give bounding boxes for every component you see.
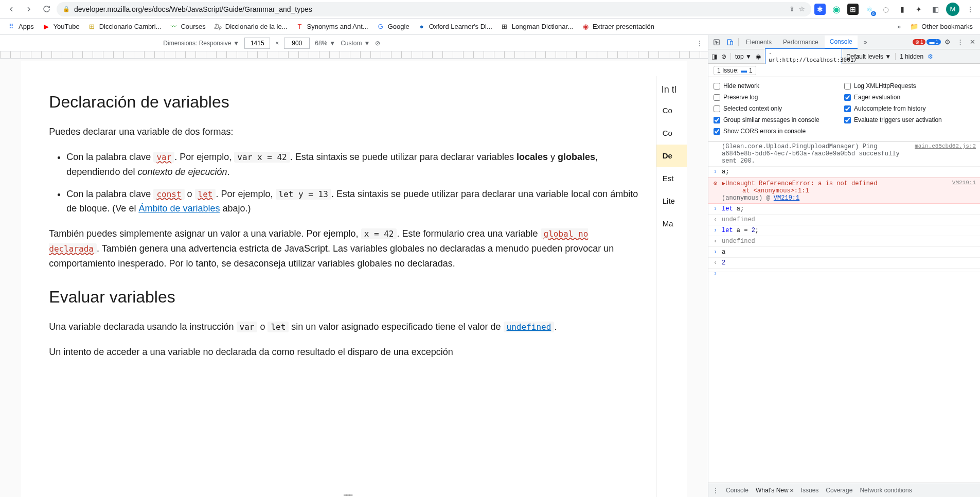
ext-icon-5[interactable]: ◌	[880, 4, 892, 15]
toc-item[interactable]: Est	[656, 167, 687, 190]
bookmark-item[interactable]: ▶YouTube	[39, 21, 83, 33]
levels-dropdown[interactable]: Default levels ▼	[846, 53, 891, 60]
bookmark-item[interactable]: ◉Extraer presentación	[578, 21, 657, 33]
forward-button[interactable]	[22, 2, 36, 16]
cb-preserve-log[interactable]: Preserve log	[714, 92, 844, 103]
cb-eager-eval[interactable]: Eager evaluation	[844, 92, 975, 103]
ext-icon-3[interactable]: ⊞	[847, 4, 859, 15]
star-icon[interactable]: ☆	[799, 5, 805, 13]
bookmark-item[interactable]: ₯Diccionario de la le...	[211, 21, 291, 33]
console-filter[interactable]: -url:http://localhost:3001/⊗	[765, 48, 842, 65]
device-toggle-icon[interactable]	[724, 37, 736, 48]
zoom-label: 68%	[315, 40, 327, 47]
bookmarks-overflow[interactable]: »	[893, 23, 905, 30]
share-icon[interactable]: ⇪	[789, 5, 795, 13]
tab-more[interactable]: »	[859, 36, 872, 48]
cb-hide-network[interactable]: Hide network	[714, 80, 844, 92]
device-mode-pane: Dimensions: Responsive ▼ × 68% ▼ Custom …	[0, 35, 708, 497]
console-settings-icon[interactable]: ⚙	[928, 53, 933, 60]
console-sidebar-icon[interactable]: ◨	[711, 53, 717, 60]
drawer-tab-coverage[interactable]: Coverage	[826, 487, 852, 494]
heading-declaracion: Declaración de variables	[49, 89, 640, 115]
context-dropdown[interactable]: top ▼	[735, 53, 752, 60]
console-log[interactable]: (Glean.core.Upload.PingUploadManager) Pi…	[708, 141, 980, 483]
toc-item[interactable]: Lite	[656, 190, 687, 212]
link-scope[interactable]: Ámbito de variables	[138, 203, 220, 214]
console-prompt[interactable]: ›	[708, 269, 980, 272]
cb-autocomplete[interactable]: Autocomplete from history	[844, 103, 975, 114]
ext-icon-1[interactable]: ✱	[814, 4, 826, 15]
toc-item[interactable]: Co	[656, 122, 687, 145]
menu-icon[interactable]: ⋮	[965, 4, 976, 15]
paragraph: Un intento de acceder a una variable no …	[49, 345, 640, 360]
other-bookmarks-label: Other bookmarks	[921, 23, 973, 30]
reload-button[interactable]	[39, 2, 54, 16]
bookmark-item[interactable]: GGoogle	[373, 21, 413, 33]
drawer-tab-console[interactable]: Console	[726, 487, 749, 494]
bookmark-icon: ◉	[581, 23, 590, 31]
inspect-icon[interactable]	[710, 37, 723, 48]
drawer-tab-whatsnew[interactable]: What's New✕	[756, 487, 794, 494]
close-devtools-icon[interactable]: ✕	[967, 36, 978, 48]
intro-paragraph: Puedes declarar una variable de dos form…	[49, 125, 640, 139]
issues-row[interactable]: 1 Issue: ▬ 1	[708, 64, 980, 77]
close-icon[interactable]: ✕	[790, 488, 794, 493]
address-bar[interactable]: 🔒 developer.mozilla.org/es/docs/Web/Java…	[57, 2, 811, 16]
log-info: (Glean.core.Upload.PingUploadManager) Pi…	[708, 141, 980, 167]
cb-eval-triggers[interactable]: Evaluate triggers user activation	[844, 114, 975, 126]
toc-item[interactable]: Co	[656, 99, 687, 122]
dimension-x: ×	[275, 40, 279, 47]
throttle-dropdown[interactable]: Custom ▼	[341, 40, 370, 47]
log-input: ›a	[708, 247, 980, 258]
sidepanel-icon[interactable]: ◧	[930, 4, 941, 15]
bookmark-label: YouTube	[54, 23, 80, 30]
live-expression-icon[interactable]: ◉	[756, 53, 761, 60]
bookmark-item[interactable]: ●Oxford Learner's Di...	[415, 21, 495, 33]
clear-console-icon[interactable]: ⊘	[721, 53, 726, 60]
width-input[interactable]	[244, 38, 270, 49]
drawer-tab-issues[interactable]: Issues	[801, 487, 819, 494]
bookmark-item[interactable]: ⊞Diccionario Cambri...	[85, 21, 165, 33]
devtools-menu-icon[interactable]: ⋮	[954, 36, 966, 48]
rotate-icon[interactable]: ⊘	[375, 40, 380, 47]
device-menu-icon[interactable]: ⋮	[697, 40, 703, 47]
tab-performance[interactable]: Performance	[778, 36, 824, 48]
ext-icon-6[interactable]: ▮	[897, 4, 908, 15]
back-button[interactable]	[4, 2, 19, 16]
log-source-link[interactable]: VM219:1	[952, 180, 976, 186]
error-source-link[interactable]: VM219:1	[774, 194, 799, 202]
profile-avatar[interactable]: M	[946, 3, 959, 16]
tab-console[interactable]: Console	[825, 36, 858, 49]
bookmark-icon: ⊞	[88, 23, 96, 31]
settings-icon[interactable]: ⚙	[942, 36, 953, 48]
extensions-icon[interactable]: ✦	[913, 4, 924, 15]
declaration-list: Con la palabra clave var. Por ejemplo, v…	[66, 150, 640, 216]
cb-cors[interactable]: Show CORS errors in console	[714, 126, 844, 137]
other-bookmarks[interactable]: 📁 Other bookmarks	[907, 21, 976, 33]
device-toolbar: Dimensions: Responsive ▼ × 68% ▼ Custom …	[0, 35, 708, 51]
tab-elements[interactable]: Elements	[741, 36, 777, 48]
bookmark-item[interactable]: 〰Courses	[166, 21, 208, 33]
toc-item[interactable]: Ma	[656, 212, 687, 235]
cb-log-xhr[interactable]: Log XMLHttpRequests	[844, 80, 975, 92]
ext-icon-react[interactable]: ⚛6	[864, 4, 875, 15]
bookmark-item[interactable]: ⠿Apps	[4, 21, 37, 33]
dimensions-dropdown[interactable]: Dimensions: Responsive ▼	[163, 40, 239, 47]
code-undefined[interactable]: undefined	[504, 322, 555, 332]
cb-selected-ctx[interactable]: Selected context only	[714, 103, 844, 114]
drawer-menu-icon[interactable]: ⋮	[712, 487, 719, 494]
code-example: var x = 42	[234, 152, 290, 163]
error-badge[interactable]: ⊗ 1	[913, 39, 926, 45]
bookmark-item[interactable]: TSynonyms and Ant...	[292, 21, 371, 33]
toc-item[interactable]: De	[656, 145, 687, 167]
ext-icon-grammarly[interactable]: ◉	[831, 4, 842, 15]
issue-badge[interactable]: ▬ 1	[926, 39, 941, 45]
resize-handle[interactable]: ═══	[344, 492, 364, 495]
log-source-link[interactable]: main.e85cbd62.js:2	[915, 143, 976, 149]
height-input[interactable]	[284, 38, 310, 49]
zoom-dropdown[interactable]: 68% ▼	[315, 40, 335, 47]
cb-group-similar[interactable]: Group similar messages in console	[714, 114, 844, 126]
bookmark-label: Extraer presentación	[593, 23, 654, 30]
drawer-tab-network[interactable]: Network conditions	[860, 487, 912, 494]
bookmark-item[interactable]: ⊞Longman Dictionar...	[497, 21, 576, 33]
